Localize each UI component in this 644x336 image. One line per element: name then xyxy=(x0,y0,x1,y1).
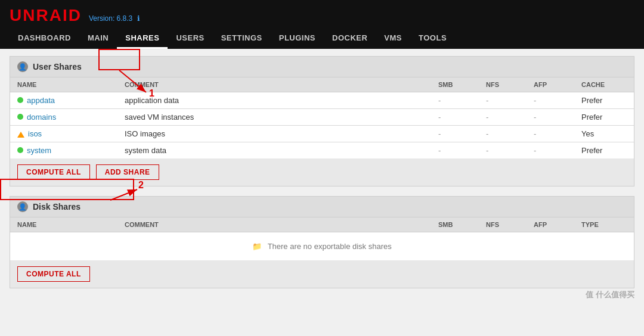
share-link[interactable]: appdata xyxy=(27,96,55,105)
user-shares-title: User Shares xyxy=(33,62,82,71)
table-row: isosISO images---Yes xyxy=(10,126,634,142)
cache-value: Prefer xyxy=(574,142,634,159)
smb-value: - xyxy=(438,96,441,105)
col-header-name: NAME xyxy=(10,77,117,92)
add-share-button[interactable]: ADD SHARE xyxy=(96,164,159,180)
main-content: 👤 User Shares NAME COMMENT SMB NFS AFP C… xyxy=(0,49,644,305)
nfs-value: - xyxy=(486,113,488,122)
disk-col-header-afp: AFP xyxy=(527,217,574,232)
cache-value: Prefer xyxy=(574,92,634,109)
col-header-afp: AFP xyxy=(527,77,574,92)
green-indicator xyxy=(17,97,23,103)
cache-value: Prefer xyxy=(574,109,634,126)
nav-item-plugins[interactable]: PLUGINS xyxy=(271,29,324,49)
disk-shares-table: NAME COMMENT SMB NFS AFP TYPE 📁 There ar… xyxy=(10,217,634,260)
col-header-comment: COMMENT xyxy=(117,77,431,92)
afp-value: - xyxy=(534,129,536,138)
cache-value: Yes xyxy=(574,126,634,142)
share-name-cell: system xyxy=(10,142,117,159)
share-link[interactable]: domains xyxy=(27,113,56,122)
user-compute-all-button[interactable]: COMPUTE ALL xyxy=(17,164,90,180)
disk-shares-title: Disk Shares xyxy=(33,202,80,211)
disk-shares-empty-row: 📁 There are no exportable disk shares xyxy=(10,232,634,261)
nav-item-settings[interactable]: SETTINGS xyxy=(213,29,271,49)
disk-icon: 👤 xyxy=(17,201,28,212)
orange-indicator xyxy=(17,132,24,138)
info-icon[interactable]: ℹ xyxy=(137,14,140,23)
nav-item-docker[interactable]: DOCKER xyxy=(324,29,376,49)
disk-compute-all-button[interactable]: COMPUTE ALL xyxy=(17,266,90,282)
share-comment-cell: system data xyxy=(117,142,431,159)
user-shares-header: 👤 User Shares xyxy=(10,57,634,77)
smb-value: - xyxy=(438,129,441,138)
nav-item-dashboard[interactable]: DASHBOARD xyxy=(10,29,79,49)
col-header-smb: SMB xyxy=(431,77,479,92)
share-name-cell: appdata xyxy=(10,92,117,109)
green-indicator xyxy=(17,147,23,153)
main-nav: DASHBOARDMAINSHARESUSERSSETTINGSPLUGINSD… xyxy=(10,29,634,49)
col-header-nfs: NFS xyxy=(479,77,527,92)
nfs-value: - xyxy=(486,129,488,138)
disk-col-header-type: TYPE xyxy=(574,217,634,232)
table-row: domainssaved VM instances---Prefer xyxy=(10,109,634,126)
watermark: 值 什么值得买 xyxy=(586,290,634,300)
table-row: systemsystem data---Prefer xyxy=(10,142,634,159)
smb-value: - xyxy=(438,146,441,155)
disk-shares-empty-message: 📁 There are no exportable disk shares xyxy=(10,232,634,261)
disk-col-header-smb: SMB xyxy=(431,217,479,232)
user-shares-buttons: COMPUTE ALL ADD SHARE xyxy=(10,158,634,186)
nav-item-main[interactable]: MAIN xyxy=(79,29,117,49)
share-name-cell: isos xyxy=(10,126,117,142)
share-comment-cell: application data xyxy=(117,92,431,109)
disk-shares-buttons: COMPUTE ALL xyxy=(10,260,634,288)
afp-value: - xyxy=(534,96,536,105)
nfs-value: - xyxy=(486,96,488,105)
share-comment-cell: ISO images xyxy=(117,126,431,142)
share-comment-cell: saved VM instances xyxy=(117,109,431,126)
disk-col-header-nfs: NFS xyxy=(479,217,527,232)
disk-col-header-name: NAME xyxy=(10,217,117,232)
disk-shares-section: 👤 Disk Shares NAME COMMENT SMB NFS AFP T… xyxy=(10,196,634,288)
user-shares-table: NAME COMMENT SMB NFS AFP CACHE appdataap… xyxy=(10,77,634,158)
nav-item-users[interactable]: USERS xyxy=(168,29,212,49)
nav-item-vms[interactable]: VMS xyxy=(376,29,410,49)
brand-name: UNRAID xyxy=(10,6,82,25)
smb-value: - xyxy=(438,113,441,122)
share-link[interactable]: isos xyxy=(28,129,42,138)
brand: UNRAID Version: 6.8.3 ℹ xyxy=(10,6,634,25)
nav-item-shares[interactable]: SHARES xyxy=(117,29,168,49)
afp-value: - xyxy=(534,113,536,122)
disk-col-header-comment: COMMENT xyxy=(117,217,431,232)
share-link[interactable]: system xyxy=(27,146,51,155)
folder-icon: 📁 xyxy=(252,242,262,251)
user-shares-section: 👤 User Shares NAME COMMENT SMB NFS AFP C… xyxy=(10,56,634,186)
user-icon: 👤 xyxy=(17,61,28,72)
brand-version: Version: 6.8.3 ℹ xyxy=(86,14,140,23)
disk-shares-header: 👤 Disk Shares xyxy=(10,197,634,217)
header: UNRAID Version: 6.8.3 ℹ DASHBOARDMAINSHA… xyxy=(0,0,644,49)
nfs-value: - xyxy=(486,146,488,155)
table-row: appdataapplication data---Prefer xyxy=(10,92,634,109)
green-indicator xyxy=(17,114,23,120)
col-header-cache: CACHE xyxy=(574,77,634,92)
share-name-cell: domains xyxy=(10,109,117,126)
nav-item-tools[interactable]: TOOLS xyxy=(410,29,455,49)
afp-value: - xyxy=(534,146,536,155)
